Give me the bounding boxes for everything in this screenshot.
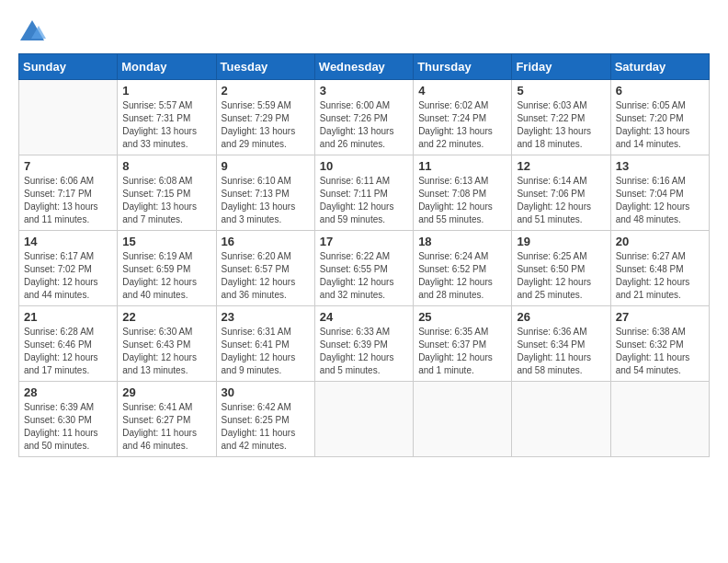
- day-number: 27: [616, 310, 704, 324]
- week-row-2: 7Sunrise: 6:06 AM Sunset: 7:17 PM Daylig…: [19, 155, 710, 231]
- day-header-monday: Monday: [118, 54, 216, 80]
- calendar-cell: 21Sunrise: 6:28 AM Sunset: 6:46 PM Dayli…: [19, 306, 118, 382]
- day-info: Sunrise: 6:36 AM Sunset: 6:34 PM Dayligh…: [517, 326, 605, 377]
- day-number: 17: [320, 235, 408, 248]
- day-info: Sunrise: 6:03 AM Sunset: 7:22 PM Dayligh…: [517, 99, 605, 151]
- day-number: 16: [222, 235, 310, 248]
- day-number: 4: [418, 84, 506, 98]
- calendar-cell: 16Sunrise: 6:20 AM Sunset: 6:57 PM Dayli…: [216, 231, 314, 306]
- day-info: Sunrise: 6:06 AM Sunset: 7:17 PM Dayligh…: [24, 175, 112, 226]
- day-number: 7: [24, 159, 112, 173]
- calendar-cell: 22Sunrise: 6:30 AM Sunset: 6:43 PM Dayli…: [118, 306, 216, 382]
- day-header-thursday: Thursday: [414, 54, 512, 80]
- day-number: 1: [122, 84, 210, 98]
- calendar-cell: 7Sunrise: 6:06 AM Sunset: 7:17 PM Daylig…: [19, 155, 118, 231]
- week-row-5: 28Sunrise: 6:39 AM Sunset: 6:30 PM Dayli…: [19, 382, 710, 457]
- day-info: Sunrise: 6:10 AM Sunset: 7:13 PM Dayligh…: [222, 175, 310, 226]
- day-info: Sunrise: 6:30 AM Sunset: 6:43 PM Dayligh…: [122, 326, 210, 377]
- day-number: 15: [122, 235, 210, 248]
- day-info: Sunrise: 6:11 AM Sunset: 7:11 PM Dayligh…: [320, 175, 408, 226]
- day-info: Sunrise: 6:27 AM Sunset: 6:48 PM Dayligh…: [616, 250, 704, 302]
- day-header-wednesday: Wednesday: [314, 54, 413, 80]
- day-number: 21: [24, 310, 112, 324]
- logo-icon: [18, 18, 46, 44]
- calendar-cell: 30Sunrise: 6:42 AM Sunset: 6:25 PM Dayli…: [216, 382, 314, 457]
- day-info: Sunrise: 6:20 AM Sunset: 6:57 PM Dayligh…: [222, 250, 310, 302]
- day-info: Sunrise: 6:31 AM Sunset: 6:41 PM Dayligh…: [222, 326, 310, 377]
- day-number: 8: [122, 159, 210, 173]
- calendar-cell: 9Sunrise: 6:10 AM Sunset: 7:13 PM Daylig…: [216, 155, 314, 231]
- day-number: 24: [320, 310, 408, 324]
- week-row-1: 1Sunrise: 5:57 AM Sunset: 7:31 PM Daylig…: [19, 80, 710, 155]
- day-info: Sunrise: 6:24 AM Sunset: 6:52 PM Dayligh…: [418, 250, 506, 302]
- calendar-cell: 13Sunrise: 6:16 AM Sunset: 7:04 PM Dayli…: [610, 155, 709, 231]
- day-header-saturday: Saturday: [610, 54, 709, 80]
- day-info: Sunrise: 6:16 AM Sunset: 7:04 PM Dayligh…: [616, 175, 704, 226]
- day-info: Sunrise: 6:02 AM Sunset: 7:24 PM Dayligh…: [418, 99, 506, 151]
- week-row-3: 14Sunrise: 6:17 AM Sunset: 7:02 PM Dayli…: [19, 231, 710, 306]
- day-info: Sunrise: 5:59 AM Sunset: 7:29 PM Dayligh…: [222, 99, 310, 151]
- day-info: Sunrise: 6:22 AM Sunset: 6:55 PM Dayligh…: [320, 250, 408, 302]
- day-number: 23: [222, 310, 310, 324]
- day-number: 10: [320, 159, 408, 173]
- calendar: SundayMondayTuesdayWednesdayThursdayFrid…: [18, 53, 710, 457]
- calendar-cell: [610, 382, 709, 457]
- day-info: Sunrise: 6:33 AM Sunset: 6:39 PM Dayligh…: [320, 326, 408, 377]
- day-header-friday: Friday: [512, 54, 610, 80]
- logo: [18, 18, 50, 44]
- day-info: Sunrise: 6:08 AM Sunset: 7:15 PM Dayligh…: [122, 175, 210, 226]
- calendar-cell: 8Sunrise: 6:08 AM Sunset: 7:15 PM Daylig…: [118, 155, 216, 231]
- day-number: 28: [24, 385, 112, 399]
- calendar-cell: 2Sunrise: 5:59 AM Sunset: 7:29 PM Daylig…: [216, 80, 314, 155]
- calendar-cell: 24Sunrise: 6:33 AM Sunset: 6:39 PM Dayli…: [314, 306, 413, 382]
- day-number: 6: [616, 84, 704, 98]
- calendar-cell: 1Sunrise: 5:57 AM Sunset: 7:31 PM Daylig…: [118, 80, 216, 155]
- calendar-cell: [414, 382, 512, 457]
- day-header-sunday: Sunday: [19, 54, 118, 80]
- day-info: Sunrise: 5:57 AM Sunset: 7:31 PM Dayligh…: [122, 99, 210, 151]
- day-info: Sunrise: 6:35 AM Sunset: 6:37 PM Dayligh…: [418, 326, 506, 377]
- day-info: Sunrise: 6:39 AM Sunset: 6:30 PM Dayligh…: [24, 401, 112, 453]
- day-number: 18: [418, 235, 506, 248]
- calendar-cell: 11Sunrise: 6:13 AM Sunset: 7:08 PM Dayli…: [414, 155, 512, 231]
- calendar-cell: [314, 382, 413, 457]
- day-info: Sunrise: 6:42 AM Sunset: 6:25 PM Dayligh…: [222, 401, 310, 453]
- day-number: 20: [616, 235, 704, 248]
- day-info: Sunrise: 6:38 AM Sunset: 6:32 PM Dayligh…: [616, 326, 704, 377]
- calendar-cell: 4Sunrise: 6:02 AM Sunset: 7:24 PM Daylig…: [414, 80, 512, 155]
- day-header-tuesday: Tuesday: [216, 54, 314, 80]
- day-info: Sunrise: 6:13 AM Sunset: 7:08 PM Dayligh…: [418, 175, 506, 226]
- day-number: 3: [320, 84, 408, 98]
- day-number: 29: [122, 385, 210, 399]
- day-number: 5: [517, 84, 605, 98]
- calendar-cell: 14Sunrise: 6:17 AM Sunset: 7:02 PM Dayli…: [19, 231, 118, 306]
- day-number: 2: [222, 84, 310, 98]
- calendar-cell: 29Sunrise: 6:41 AM Sunset: 6:27 PM Dayli…: [118, 382, 216, 457]
- calendar-cell: 20Sunrise: 6:27 AM Sunset: 6:48 PM Dayli…: [610, 231, 709, 306]
- day-number: 14: [24, 235, 112, 248]
- day-info: Sunrise: 6:19 AM Sunset: 6:59 PM Dayligh…: [122, 250, 210, 302]
- day-number: 9: [222, 159, 310, 173]
- day-number: 13: [616, 159, 704, 173]
- calendar-cell: 5Sunrise: 6:03 AM Sunset: 7:22 PM Daylig…: [512, 80, 610, 155]
- calendar-cell: 23Sunrise: 6:31 AM Sunset: 6:41 PM Dayli…: [216, 306, 314, 382]
- day-info: Sunrise: 6:28 AM Sunset: 6:46 PM Dayligh…: [24, 326, 112, 377]
- calendar-cell: 15Sunrise: 6:19 AM Sunset: 6:59 PM Dayli…: [118, 231, 216, 306]
- calendar-cell: 12Sunrise: 6:14 AM Sunset: 7:06 PM Dayli…: [512, 155, 610, 231]
- day-number: 19: [517, 235, 605, 248]
- calendar-cell: 19Sunrise: 6:25 AM Sunset: 6:50 PM Dayli…: [512, 231, 610, 306]
- calendar-cell: 26Sunrise: 6:36 AM Sunset: 6:34 PM Dayli…: [512, 306, 610, 382]
- day-info: Sunrise: 6:41 AM Sunset: 6:27 PM Dayligh…: [122, 401, 210, 453]
- calendar-cell: 10Sunrise: 6:11 AM Sunset: 7:11 PM Dayli…: [314, 155, 413, 231]
- calendar-cell: [19, 80, 118, 155]
- day-number: 11: [418, 159, 506, 173]
- day-number: 25: [418, 310, 506, 324]
- calendar-cell: [512, 382, 610, 457]
- calendar-cell: 28Sunrise: 6:39 AM Sunset: 6:30 PM Dayli…: [19, 382, 118, 457]
- day-info: Sunrise: 6:17 AM Sunset: 7:02 PM Dayligh…: [24, 250, 112, 302]
- day-info: Sunrise: 6:00 AM Sunset: 7:26 PM Dayligh…: [320, 99, 408, 151]
- day-info: Sunrise: 6:05 AM Sunset: 7:20 PM Dayligh…: [616, 99, 704, 151]
- calendar-cell: 18Sunrise: 6:24 AM Sunset: 6:52 PM Dayli…: [414, 231, 512, 306]
- calendar-cell: 3Sunrise: 6:00 AM Sunset: 7:26 PM Daylig…: [314, 80, 413, 155]
- day-info: Sunrise: 6:14 AM Sunset: 7:06 PM Dayligh…: [517, 175, 605, 226]
